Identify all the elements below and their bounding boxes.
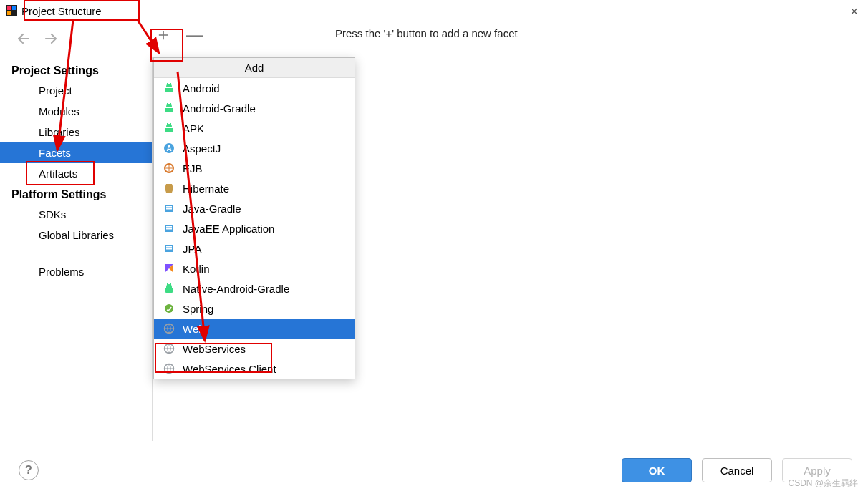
hibernate-icon (163, 182, 175, 195)
sidebar: Project Settings Project Modules Librari… (0, 57, 153, 441)
popup-item-label: Web (183, 323, 205, 335)
svg-rect-25 (167, 283, 168, 286)
window-title: Project Structure (21, 5, 102, 17)
popup-item-webservices[interactable]: WebServices (154, 339, 355, 359)
dialog-button-bar: ? OK Cancel Apply (0, 449, 868, 491)
web-icon (163, 322, 175, 335)
svg-rect-26 (170, 283, 171, 286)
cancel-button[interactable]: Cancel (702, 458, 772, 482)
popup-item-label: JavaEE Application (183, 223, 274, 235)
popup-item-label: Hibernate (183, 183, 229, 195)
popup-item-hibernate[interactable]: Hibernate (154, 178, 355, 198)
popup-item-native-android-gradle[interactable]: Native-Android-Gradle (154, 278, 355, 298)
popup-item-label: WebServices Client (183, 363, 276, 375)
svg-rect-1 (7, 6, 11, 10)
apply-button: Apply (782, 458, 852, 482)
nav-back-icon[interactable] (16, 32, 34, 47)
android-icon (163, 122, 175, 135)
svg-rect-18 (166, 226, 172, 228)
svg-rect-5 (170, 83, 171, 85)
svg-rect-22 (166, 248, 172, 250)
letter-a-icon: A (163, 142, 175, 155)
svg-rect-3 (7, 11, 11, 15)
popup-item-label: Kotlin (183, 263, 210, 275)
popup-item-label: Android-Gradle (183, 102, 256, 115)
android-icon (163, 82, 175, 94)
jpa-icon (163, 242, 175, 255)
add-facet-popup: Add AndroidAndroid-GradleAPKAAspectJEJBH… (153, 57, 355, 379)
sidebar-item-sdks[interactable]: SDKs (0, 204, 152, 225)
popup-item-label: APK (183, 122, 204, 135)
popup-item-web[interactable]: Web (154, 319, 355, 339)
svg-point-27 (165, 304, 173, 313)
sidebar-item-global-libraries[interactable]: Global Libraries (0, 225, 152, 245)
popup-item-label: Android (183, 82, 220, 94)
popup-item-android-gradle[interactable]: Android-Gradle (154, 98, 355, 118)
popup-item-jpa[interactable]: JPA (154, 238, 355, 258)
sidebar-item-artifacts[interactable]: Artifacts (0, 163, 152, 184)
popup-item-label: AspectJ (183, 142, 221, 155)
popup-item-apk[interactable]: APK (154, 118, 355, 138)
svg-rect-9 (170, 123, 171, 125)
sidebar-heading-project-settings: Project Settings (0, 60, 152, 80)
sidebar-item-facets[interactable]: Facets (0, 142, 152, 163)
ejb-icon (163, 162, 175, 175)
popup-item-label: EJB (183, 162, 203, 175)
popup-item-label: Java-Gradle (183, 203, 241, 215)
android-icon (163, 102, 175, 115)
main-area: Project Settings Project Modules Librari… (0, 57, 868, 441)
svg-rect-15 (166, 206, 172, 208)
popup-item-kotlin[interactable]: Kotlin (154, 258, 355, 278)
javaee-icon (163, 222, 175, 235)
web-icon (163, 342, 175, 355)
sidebar-item-modules[interactable]: Modules (0, 101, 152, 122)
sidebar-item-project[interactable]: Project (0, 80, 152, 101)
popup-item-label: WebServices (183, 343, 246, 355)
web-icon (163, 362, 175, 375)
popup-item-label: Native-Android-Gradle (183, 283, 289, 295)
title-bar: Project Structure × (0, 0, 868, 21)
popup-item-ejb[interactable]: EJB (154, 158, 355, 178)
ok-button[interactable]: OK (622, 458, 692, 482)
svg-rect-4 (167, 83, 168, 85)
kotlin-icon (163, 262, 175, 275)
svg-rect-7 (170, 103, 171, 105)
popup-item-android[interactable]: Android (154, 78, 355, 98)
toolbar: ＋ — Press the '+' button to add a new fa… (0, 21, 868, 57)
close-icon[interactable]: × (850, 4, 858, 19)
hint-text: Press the '+' button to add a new facet (335, 27, 518, 39)
svg-rect-21 (166, 246, 172, 248)
help-button[interactable]: ? (19, 460, 39, 480)
add-facet-button[interactable]: ＋ (155, 26, 170, 43)
sidebar-item-problems[interactable]: Problems (0, 261, 152, 282)
svg-rect-8 (167, 123, 168, 125)
popup-item-webservices-client[interactable]: WebServices Client (154, 359, 355, 379)
svg-marker-13 (165, 184, 173, 193)
remove-facet-button[interactable]: — (186, 26, 202, 43)
popup-item-javaee-application[interactable]: JavaEE Application (154, 218, 355, 238)
svg-rect-19 (166, 228, 172, 230)
popup-item-spring[interactable]: Spring (154, 298, 355, 319)
popup-title: Add (154, 58, 355, 78)
nav-forward-icon[interactable] (43, 32, 62, 47)
android-icon (163, 282, 175, 295)
spring-icon (163, 302, 175, 315)
popup-item-java-gradle[interactable]: Java-Gradle (154, 198, 355, 218)
svg-rect-2 (12, 6, 16, 10)
app-icon (6, 5, 17, 16)
sidebar-heading-platform-settings: Platform Settings (0, 184, 152, 204)
popup-item-label: JPA (183, 243, 201, 255)
svg-text:A: A (166, 145, 171, 152)
popup-item-aspectj[interactable]: AAspectJ (154, 138, 355, 158)
svg-rect-16 (166, 208, 172, 210)
sidebar-item-libraries[interactable]: Libraries (0, 122, 152, 142)
svg-rect-6 (167, 103, 168, 105)
popup-item-label: Spring (183, 303, 213, 315)
gradle-icon (163, 202, 175, 215)
